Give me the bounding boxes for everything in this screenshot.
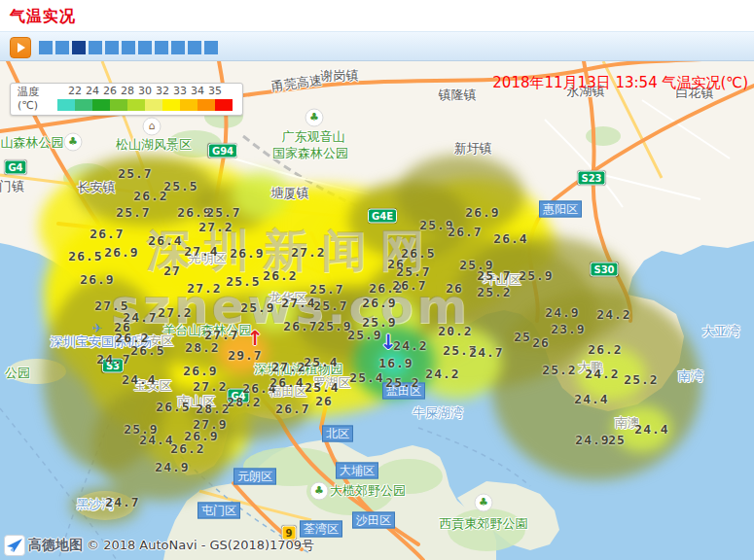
timeline-frame-8[interactable] — [155, 41, 168, 54]
station-temperature: 27.4 — [184, 244, 218, 259]
station-temperature: 27.2 — [198, 220, 233, 234]
station-temperature: 26.9 — [230, 246, 264, 261]
station-temperature: 24.7 — [105, 495, 139, 509]
station-temperature: 24.7 — [96, 352, 130, 367]
timeline-frame-4[interactable] — [89, 41, 102, 54]
station-temperature: 24.4 — [139, 433, 173, 447]
district-badge: 元朗区 — [233, 469, 276, 485]
district-badge: 屯门区 — [197, 503, 240, 519]
station-temperature: 26.2 — [133, 189, 167, 203]
station-temperature: 26.9 — [465, 205, 499, 220]
legend-swatch-5 — [145, 99, 162, 111]
tree-poi-icon: ♣ — [305, 109, 324, 127]
timeline-frame-2[interactable] — [55, 41, 69, 54]
road-shield-G4: G4 — [4, 160, 26, 175]
timeline-frame-7[interactable] — [138, 41, 152, 54]
station-temperature: 26 — [315, 394, 333, 408]
station-temperature: 25.9 — [240, 300, 274, 315]
station-temperature: 26.7 — [392, 278, 426, 293]
water-label: 南湾 — [678, 368, 703, 385]
legend-tick: 22 — [68, 85, 82, 97]
amap-logo-icon — [4, 535, 25, 556]
timeline-frame-1[interactable] — [39, 41, 53, 54]
header: 气温实况 — [0, 0, 754, 31]
station-temperature: 24.2 — [585, 367, 619, 381]
station-temperature: 24.7 — [469, 345, 503, 360]
legend-title: 温度 (℃) — [18, 86, 39, 113]
station-temperature: 26.9 — [80, 272, 114, 287]
tree-poi-icon: ♣ — [64, 133, 83, 152]
legend-tick: 24 — [86, 85, 99, 97]
station-temperature: 25.9 — [347, 328, 381, 342]
timeline-frame-10[interactable] — [188, 41, 201, 54]
park-label: 山森林公园 — [1, 134, 64, 152]
station-temperature: 28.2 — [185, 340, 219, 355]
map-attribution: 高德地图 © 2018 AutoNavi - GS(2018)1709号 — [4, 535, 314, 556]
station-temperature: 25 — [514, 330, 531, 344]
legend-tick: 34 — [191, 85, 204, 97]
station-temperature: 26 — [532, 335, 550, 350]
station-temperature: 26.5 — [401, 246, 435, 261]
road-shield-G4E: G4E — [368, 209, 397, 224]
station-temperature: 27.2 — [271, 360, 305, 374]
station-temperature: 27.2 — [291, 245, 325, 260]
timeline-frame-11[interactable] — [204, 41, 218, 54]
station-temperature: 24.2 — [425, 367, 459, 381]
station-temperature: 24.4 — [574, 392, 608, 406]
legend-swatch-8 — [197, 99, 215, 111]
station-temperature: 26.7 — [90, 227, 124, 241]
station-temperature: 26.9 — [362, 296, 396, 310]
station-temperature: 24.2 — [393, 338, 427, 353]
town-label: 新圩镇 — [454, 140, 492, 158]
amap-logo-text: 高德地图 — [28, 537, 83, 554]
timeline-frame-6[interactable] — [122, 41, 135, 54]
park-label: 广东观音山 — [282, 128, 345, 146]
station-temperature: 25.5 — [163, 179, 197, 193]
station-temperature: 25.4 — [305, 380, 339, 395]
road-shield-S30: S30 — [590, 262, 618, 277]
station-temperature: 26.4 — [493, 231, 527, 246]
park-label: 西貢東郊野公園 — [440, 515, 528, 533]
station-temperature: 25.2 — [385, 375, 419, 390]
road-shield-G94: G94 — [208, 144, 237, 158]
legend-swatch-4 — [127, 99, 145, 111]
timeline-frame-5[interactable] — [105, 41, 119, 54]
legend-swatch-2 — [92, 99, 110, 111]
station-temperature: 27 — [163, 263, 181, 278]
station-temperature: 25.7 — [116, 205, 150, 220]
temperature-legend: 温度 (℃) 222426283032333435 — [10, 83, 243, 116]
station-temperature: 26.5 — [156, 400, 190, 414]
temperature-map[interactable]: 深圳新闻网 sznews.com 山森林公园♣松山湖风景区⌂广东观音山♣国家森林… — [0, 61, 754, 560]
station-temperature: 25.7 — [309, 282, 343, 297]
timeline-frame-3[interactable] — [72, 41, 86, 54]
water-label: 大亚湾 — [702, 323, 740, 340]
station-temperature: 26.4 — [148, 233, 182, 248]
park-label: 松山湖风景区 — [116, 136, 192, 154]
station-temperature: 25.7 — [313, 298, 347, 313]
station-temperature: 25.7 — [396, 264, 430, 279]
station-temperature: 25.2 — [542, 363, 576, 377]
station-temperature: 26.7 — [275, 402, 309, 416]
timeline-frame-9[interactable] — [171, 41, 185, 54]
town-label: 门镇 — [0, 178, 24, 195]
water-label: 牛屎湖湾 — [413, 404, 463, 422]
station-temperature: 25.4 — [304, 355, 338, 369]
station-temperature: 24.9 — [545, 305, 579, 320]
legend-swatch-7 — [180, 99, 197, 111]
station-temperature: 25.9 — [362, 315, 396, 330]
station-temperature: 25.7 — [477, 268, 511, 283]
district-badge: 大埔区 — [336, 463, 378, 479]
station-temperature: 26.7 — [448, 225, 482, 239]
station-temperature: 26.2 — [263, 268, 297, 283]
airplane-icon: ✈ — [92, 321, 103, 335]
station-temperature: 26.4 — [269, 375, 304, 390]
play-button[interactable] — [10, 37, 31, 58]
copyright-text: © 2018 AutoNavi - GS(2018)1709号 — [87, 537, 314, 554]
station-temperature: 25.7 — [118, 166, 152, 181]
station-temperature: 26.9 — [183, 364, 217, 378]
station-temperature: 27.2 — [187, 281, 221, 296]
legend-swatch-9 — [215, 99, 233, 111]
station-temperature: 16.9 — [378, 356, 413, 370]
station-temperature: 24.2 — [596, 307, 630, 322]
station-temperature: 26.9 — [104, 245, 138, 260]
